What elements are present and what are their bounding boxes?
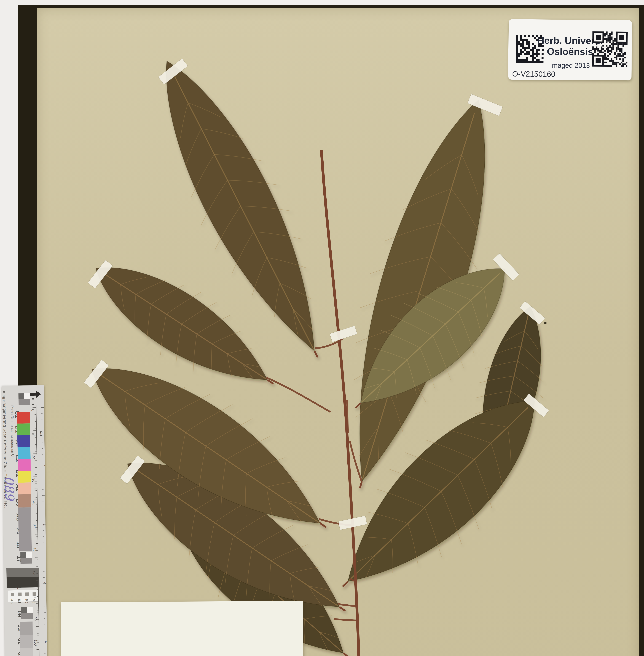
- checker-patch: [26, 552, 32, 558]
- leaf-petiole: [355, 403, 361, 408]
- qr-module: [616, 50, 618, 52]
- qr-module: [611, 31, 613, 33]
- chart-patch-B2: [18, 459, 31, 471]
- qr-module: [607, 37, 609, 38]
- datamatrix-module: [522, 59, 524, 61]
- qr-finder: [619, 35, 624, 40]
- qr-module: [618, 45, 619, 47]
- qr-module: [613, 45, 614, 47]
- resolution-pattern: [25, 592, 29, 596]
- resolution-number: 4.5: [10, 599, 14, 604]
- resolution-number: 6.3: [32, 599, 36, 604]
- qr-module: [594, 48, 596, 50]
- qr-module: [624, 53, 626, 55]
- qr-module: [592, 53, 594, 55]
- qr-module: [613, 60, 614, 62]
- chart-patch-A2: [18, 471, 31, 483]
- qr-module: [607, 55, 609, 57]
- qr-module: [611, 65, 612, 67]
- qr-module: [607, 50, 609, 51]
- qr-module: [604, 62, 606, 63]
- qr-module: [622, 63, 624, 65]
- qr-module: [607, 51, 609, 53]
- qr-module: [597, 48, 599, 50]
- qr-module: [601, 51, 602, 53]
- qr-module: [604, 55, 606, 57]
- qr-module: [611, 38, 613, 40]
- qr-module: [619, 55, 621, 57]
- qr-module: [626, 65, 627, 67]
- direction-arrow: [30, 390, 41, 398]
- leaf-petiole: [360, 481, 362, 488]
- qr-module: [609, 45, 611, 47]
- qr-module: [621, 65, 622, 67]
- checker-patch: [21, 607, 27, 613]
- qr-module: [626, 43, 628, 45]
- qr-module: [604, 35, 606, 37]
- leaf-midrib: [102, 272, 267, 379]
- qr-module: [613, 47, 614, 48]
- resolution-number: 5.0: [18, 599, 21, 604]
- mm-tick-label: 20: [31, 455, 35, 459]
- datamatrix-module: [534, 57, 536, 59]
- qr-module: [621, 43, 622, 45]
- qr-module: [614, 43, 616, 45]
- qr-module: [624, 63, 626, 65]
- qr-module: [609, 40, 611, 42]
- qr-module: [611, 37, 613, 38]
- leaf-petiole: [320, 523, 326, 527]
- qr-module: [619, 63, 621, 65]
- qr-module: [622, 53, 624, 55]
- petiole: [338, 604, 357, 606]
- mm-tick-label: 100: [33, 640, 38, 646]
- qr-module: [596, 43, 597, 45]
- qr-module: [621, 50, 622, 52]
- qr-module: [611, 58, 613, 60]
- leaf-petiole: [343, 653, 349, 656]
- qr-module: [619, 43, 621, 45]
- petiole: [334, 619, 358, 620]
- mm-tick-label: 40: [32, 501, 36, 505]
- qr-module: [611, 43, 613, 45]
- datamatrix-module: [532, 59, 534, 61]
- qr-module: [606, 40, 607, 42]
- qr-module: [613, 43, 614, 45]
- seed-envelope: [61, 601, 303, 656]
- qr-module: [621, 48, 622, 50]
- resolution-pattern: [11, 593, 14, 596]
- datamatrix-module: [516, 59, 518, 61]
- datamatrix-module: [532, 57, 534, 59]
- qr-module: [626, 62, 627, 64]
- checker-patch: [20, 552, 26, 558]
- qr-module: [611, 50, 613, 52]
- qr-module: [596, 46, 597, 48]
- qr-module: [616, 57, 617, 58]
- qr-module: [613, 42, 614, 43]
- qr-module: [619, 58, 621, 60]
- qr-module: [597, 50, 599, 51]
- qr-module: [617, 48, 619, 50]
- qr-module: [609, 47, 611, 48]
- qr-module: [617, 62, 619, 63]
- chart-patch-A5: [18, 494, 31, 507]
- qr-module: [602, 48, 604, 50]
- qr-module: [609, 37, 611, 38]
- qr-module: [614, 57, 616, 58]
- leaf-petiole: [315, 351, 318, 357]
- checker-patch: [19, 399, 30, 405]
- mm-tick-label: 90: [33, 616, 37, 621]
- envelope-flap: [61, 601, 303, 656]
- qr-module: [618, 47, 619, 48]
- tape-strip: [330, 326, 358, 342]
- mm-tick-label: 50: [32, 524, 36, 529]
- qr-module: [614, 51, 616, 53]
- qr-module: [604, 38, 606, 40]
- color-calibration-strip: Image Engineering Scan Reference Chart T…: [2, 385, 49, 656]
- qr-module: [612, 63, 614, 65]
- qr-module: [621, 62, 622, 63]
- qr-module: [616, 47, 618, 48]
- qr-module: [616, 58, 617, 60]
- qr-module: [607, 47, 609, 48]
- qr-module: [594, 51, 596, 53]
- qr-finder: [596, 35, 601, 40]
